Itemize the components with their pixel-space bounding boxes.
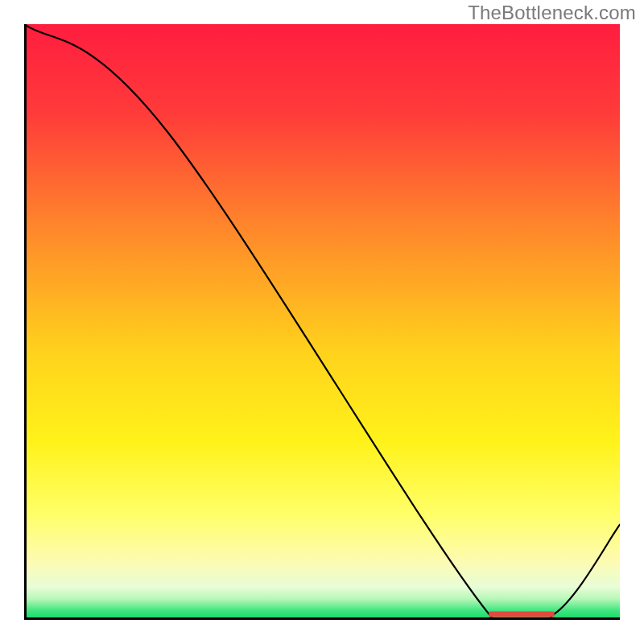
baseline-marker <box>489 612 554 617</box>
gradient-rect <box>24 24 620 620</box>
watermark-text: TheBottleneck.com <box>468 2 636 24</box>
chart-svg <box>24 24 620 620</box>
plot-area <box>24 24 620 620</box>
chart-viewport: TheBottleneck.com <box>0 0 644 644</box>
